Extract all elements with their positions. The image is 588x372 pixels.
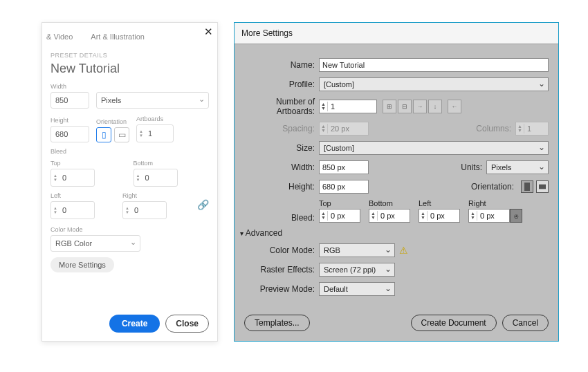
bleed-label-r: Bleed: bbox=[244, 213, 319, 223]
bleed-right-label: Right bbox=[122, 192, 187, 199]
artboards-stepper[interactable]: ▲▼ 1 bbox=[136, 124, 174, 142]
orientation-label-r: Orientation: bbox=[471, 182, 518, 192]
bleed-bottom-label-r: Bottom bbox=[369, 199, 410, 207]
bleed-bottom-label: Bottom bbox=[134, 160, 210, 167]
preview-mode-select[interactable]: Default bbox=[319, 282, 395, 296]
close-button[interactable]: Close bbox=[165, 315, 209, 333]
color-mode-select[interactable] bbox=[50, 235, 140, 252]
bleed-right-label-r: Right bbox=[468, 199, 510, 207]
raster-effects-select[interactable]: Screen (72 ppi) bbox=[319, 263, 395, 277]
units-label-r: Units: bbox=[461, 162, 486, 172]
height-label: Height bbox=[50, 117, 89, 124]
bleed-left-label: Left bbox=[50, 192, 116, 199]
tab-art-illustration[interactable]: Art & Illustration bbox=[91, 32, 145, 41]
spacing-label: Spacing: bbox=[244, 124, 319, 133]
warning-icon: ⚠ bbox=[399, 245, 408, 256]
advanced-section-header[interactable]: Advanced bbox=[240, 228, 549, 238]
name-label: Name: bbox=[244, 60, 319, 70]
name-input[interactable] bbox=[319, 58, 549, 72]
bleed-bottom-r[interactable]: ▲▼0 px bbox=[369, 209, 410, 223]
more-settings-button[interactable]: More Settings bbox=[50, 257, 114, 272]
tab-film-video[interactable]: & Video bbox=[46, 32, 73, 41]
color-mode-label: Color Mode bbox=[50, 226, 209, 233]
orientation-portrait-r[interactable] bbox=[521, 180, 533, 193]
link-icon[interactable]: 🔗 bbox=[197, 199, 209, 210]
bleed-left-stepper[interactable]: ▲▼0 bbox=[50, 201, 95, 219]
profile-select[interactable]: [Custom] bbox=[319, 77, 549, 91]
artboards-label: Artboards bbox=[136, 115, 174, 122]
bleed-top-r[interactable]: ▲▼0 px bbox=[319, 209, 360, 223]
raster-label: Raster Effects: bbox=[244, 265, 319, 275]
arrange-col-icon[interactable]: ↓ bbox=[428, 100, 442, 113]
units-select-r[interactable]: Pixels bbox=[486, 160, 549, 174]
arrange-rtl-icon[interactable]: ← bbox=[448, 100, 461, 113]
color-mode-label-r: Color Mode: bbox=[244, 245, 319, 255]
bleed-top-label: Top bbox=[50, 160, 127, 167]
templates-button[interactable]: Templates... bbox=[244, 315, 310, 331]
bleed-left-r[interactable]: ▲▼0 px bbox=[419, 209, 460, 223]
size-select[interactable]: [Custom] bbox=[319, 141, 549, 155]
preview-label: Preview Mode: bbox=[244, 284, 319, 294]
orientation-label: Orientation bbox=[96, 118, 129, 125]
create-document-button[interactable]: Create Document bbox=[411, 315, 497, 331]
cancel-button[interactable]: Cancel bbox=[502, 315, 549, 331]
dialog-title: More Settings bbox=[235, 23, 558, 44]
size-label: Size: bbox=[244, 143, 319, 153]
arrange-row-icon[interactable]: → bbox=[413, 100, 427, 113]
document-name[interactable]: New Tutorial bbox=[50, 62, 209, 76]
close-icon[interactable]: ✕ bbox=[204, 26, 213, 38]
num-artboards-label: Number of Artboards: bbox=[244, 97, 319, 116]
profile-label: Profile: bbox=[244, 80, 319, 89]
bleed-bottom-stepper[interactable]: ▲▼0 bbox=[134, 169, 178, 187]
new-document-panel: ✕ & Video Art & Illustration PRESET DETA… bbox=[42, 22, 218, 342]
bleed-top-label-r: Top bbox=[319, 199, 360, 207]
orientation-portrait-button[interactable]: ▯ bbox=[96, 127, 111, 142]
svg-rect-1 bbox=[539, 185, 546, 189]
bleed-right-r[interactable]: ▲▼0 px bbox=[468, 209, 510, 223]
orientation-landscape-r[interactable] bbox=[536, 180, 549, 193]
height-input[interactable] bbox=[50, 126, 89, 142]
preset-details-heading: PRESET DETAILS bbox=[50, 52, 209, 59]
spacing-stepper: ▲▼20 px bbox=[319, 122, 369, 136]
bleed-left-label-r: Left bbox=[419, 199, 460, 207]
arrange-grid-row-icon[interactable]: ⊞ bbox=[383, 100, 396, 113]
bleed-top-stepper[interactable]: ▲▼0 bbox=[50, 169, 95, 187]
width-input[interactable] bbox=[50, 92, 89, 109]
svg-rect-0 bbox=[524, 183, 530, 191]
height-input-r[interactable] bbox=[319, 180, 369, 194]
bleed-label: Bleed bbox=[50, 148, 209, 155]
more-settings-dialog: More Settings Name: Profile: [Custom] Nu… bbox=[234, 22, 559, 342]
arrange-grid-col-icon[interactable]: ⊟ bbox=[398, 100, 412, 113]
bleed-right-stepper[interactable]: ▲▼0 bbox=[122, 201, 167, 219]
orientation-landscape-button[interactable]: ▭ bbox=[114, 127, 129, 142]
width-label: Width bbox=[50, 83, 209, 90]
units-select[interactable] bbox=[96, 92, 209, 109]
bleed-link-icon[interactable]: ⍟ bbox=[510, 209, 522, 223]
height-label-r: Height: bbox=[244, 182, 319, 192]
num-artboards-stepper[interactable]: ▲▼1 bbox=[319, 100, 377, 113]
color-mode-select-r[interactable]: RGB bbox=[319, 243, 395, 257]
category-tabs: & Video Art & Illustration bbox=[42, 23, 217, 48]
columns-label: Columns: bbox=[476, 124, 515, 133]
artboard-arrange-buttons[interactable]: ⊞ ⊟ → ↓ ← bbox=[383, 100, 461, 113]
width-label-r: Width: bbox=[244, 162, 319, 172]
width-input-r[interactable] bbox=[319, 160, 369, 174]
columns-stepper: ▲▼1 bbox=[515, 122, 549, 136]
create-button[interactable]: Create bbox=[109, 315, 160, 333]
